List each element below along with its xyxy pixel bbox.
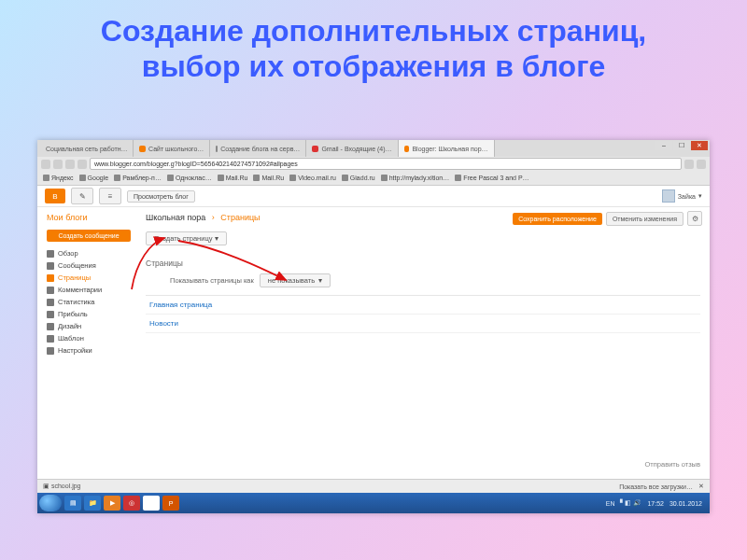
username: Зайка [678,193,696,200]
back-button[interactable] [41,160,50,169]
bookmark-item[interactable]: Рамблер-п… [114,175,162,181]
stats-icon [47,299,54,306]
bookmark-icon [167,175,174,181]
cancel-button[interactable]: Отменить изменения [606,212,684,226]
main-panel: Школьная пора › Страницы Сохранить распо… [136,207,710,479]
posts-icon [47,262,54,270]
tray-date: 30.01.2012 [669,500,702,507]
bookmark-icon [381,175,388,181]
bookmark-item[interactable]: Mail.Ru [253,175,284,181]
blog-name: Школьная пора [146,213,205,222]
show-pages-label: Показывать страницы как [170,276,254,285]
favicon-icon [404,146,410,152]
minimize-button[interactable]: – [655,141,672,150]
browser-tab[interactable]: Сайт школьного… [134,140,210,157]
feedback-link[interactable]: Отправить отзыв [644,460,700,469]
window-controls: – ☐ ✕ [655,141,708,150]
sidebar-item-overview[interactable]: Обзор [47,247,131,259]
page-row[interactable]: Главная страница [146,296,700,315]
sidebar-item-posts[interactable]: Сообщения [47,259,131,272]
windows-taskbar: ▤ 📁 ▶ ◎ ◉ P EN ▘◧ 🔊 17:52 30.01.2012 [37,493,710,513]
address-bar-row: www.blogger.com/blogger.g?blogID=5656402… [37,157,710,171]
blogger-app: B ✎ ≡ Просмотреть блог Зайка ▾ Мои блоги… [37,186,710,493]
show-pages-dropdown[interactable]: не показывать▾ [260,273,331,287]
compose-button[interactable]: ✎ [71,188,93,204]
browser-tab-active[interactable]: Blogger: Школьная пор… [399,140,495,157]
browser-tab[interactable]: Социальная сеть работн… [37,140,134,157]
bookmark-icon [455,175,461,181]
download-item[interactable]: ▣ school.jpg [43,483,80,490]
bookmark-icon [218,175,224,181]
new-post-button[interactable]: Создать сообщение [47,230,131,242]
section-name: Страницы [220,213,260,222]
maximize-button[interactable]: ☐ [673,141,690,150]
bookmark-item[interactable]: Video.mail.ru [289,175,336,181]
settings-icon [47,347,54,355]
reload-button[interactable] [65,160,75,169]
bookmark-star-icon[interactable] [684,160,694,169]
avatar [662,189,675,203]
wrench-icon[interactable] [697,160,706,169]
tray-icons[interactable]: ▘◧ 🔊 [620,499,641,507]
pencil-icon: ✎ [79,192,86,201]
gear-button[interactable]: ⚙ [687,211,702,226]
browser-tab[interactable]: Создание блога на серв… [210,140,306,157]
overview-icon [47,250,54,258]
user-menu[interactable]: Зайка ▾ [662,189,702,203]
tray-time: 17:52 [647,500,664,507]
browser-tab[interactable]: Gmail - Входящие (4)… [306,140,398,157]
earnings-icon [47,311,54,318]
taskbar-powerpoint-icon[interactable]: P [162,496,179,511]
bookmark-item[interactable]: Giadd.ru [342,175,375,181]
sidebar-item-stats[interactable]: Статистика [47,296,131,308]
my-blogs-link[interactable]: Мои блоги [47,213,131,222]
browser-statusbar: ▣ school.jpg Показать все загрузки… ✕ [37,479,710,493]
new-page-button[interactable]: Создать страницу ▾ [146,231,227,245]
sidebar-item-comments[interactable]: Комментарии [47,284,131,296]
taskbar-folder-icon[interactable]: 📁 [84,496,101,511]
address-bar[interactable]: www.blogger.com/blogger.g?blogID=5656402… [90,158,682,170]
pages-icon [47,274,54,282]
forward-button[interactable] [53,160,63,169]
page-row[interactable]: Новости [146,315,700,333]
layout-icon [47,323,54,330]
sidebar-item-layout[interactable]: Дизайн [47,320,131,332]
bookmark-icon [114,175,120,181]
sidebar-item-settings[interactable]: Настройки [47,344,131,357]
taskbar-chrome-icon[interactable]: ◉ [143,496,160,511]
start-button[interactable] [39,495,62,511]
tray-lang[interactable]: EN [606,500,615,507]
template-icon [47,335,54,343]
favicon-icon [216,146,218,152]
sidebar-item-template[interactable]: Шаблон [47,332,131,344]
blogger-icon: B [52,192,57,201]
browser-window: – ☐ ✕ Социальная сеть работн… Сайт школь… [37,140,710,513]
save-arrangement-button[interactable]: Сохранить расположение [513,213,602,225]
bookmark-icon [342,175,348,181]
bookmark-item[interactable]: Free Pascal 3 and P… [455,175,529,181]
show-all-downloads[interactable]: Показать все загрузки… [619,483,693,490]
view-blog-button[interactable]: Просмотреть блог [127,190,195,203]
home-button[interactable] [78,160,87,169]
close-button[interactable]: ✕ [691,141,708,150]
bookmark-item[interactable]: Одноклас… [167,175,212,181]
bookmark-icon [43,175,49,181]
favicon-icon [139,146,146,152]
sidebar-item-earnings[interactable]: Прибыль [47,308,131,320]
sidebar-item-pages[interactable]: Страницы [47,272,131,284]
taskbar-app-icon[interactable]: ◎ [123,496,140,511]
taskbar-explorer-icon[interactable]: ▤ [64,496,81,511]
pages-list: Главная страница Новости [146,295,700,333]
chevron-down-icon: ▾ [698,192,702,200]
taskbar-media-icon[interactable]: ▶ [104,496,120,511]
bookmark-item[interactable]: Google [79,175,109,181]
bookmark-item[interactable]: Яндекс [43,175,74,181]
slide-title: Создание дополнительных страниц, выбор и… [0,0,747,96]
blogger-home-button[interactable]: B [45,189,65,203]
blogger-topbar: B ✎ ≡ Просмотреть блог Зайка ▾ [37,186,710,207]
bookmark-item[interactable]: Mail.Ru [218,175,248,181]
posts-list-button[interactable]: ≡ [99,188,121,204]
close-bar-icon[interactable]: ✕ [698,483,704,490]
bookmark-icon [253,175,260,181]
bookmark-item[interactable]: http://mylady.xition… [381,175,449,181]
